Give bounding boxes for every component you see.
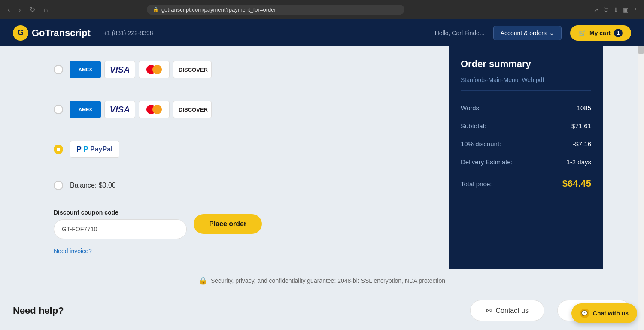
chat-widget-label: Chat with us <box>593 310 629 317</box>
logo-text: GoTranscript <box>32 27 91 39</box>
words-label: Words: <box>461 104 481 112</box>
page-content: AMEX VISA DISCOVER AMEX VISA <box>32 46 612 269</box>
paypal-logo: P P PayPal <box>70 141 119 158</box>
chevron-down-icon: ⌄ <box>549 30 554 36</box>
card-logos-2: AMEX VISA DISCOVER <box>70 101 212 118</box>
radio-inner <box>57 148 60 151</box>
payment-option-card2[interactable]: AMEX VISA DISCOVER <box>54 95 436 124</box>
browser-chrome: ‹ › ↻ ⌂ 🔒 gotranscript.com/payment?payme… <box>0 0 644 19</box>
order-row-discount: 10% discount: -$7.16 <box>461 135 591 153</box>
amex-logo: AMEX <box>70 61 101 78</box>
refresh-button[interactable]: ↻ <box>27 5 38 15</box>
payment-option-balance[interactable]: Balance: $0.00 <box>54 175 436 196</box>
subtotal-value: $71.61 <box>571 122 591 130</box>
cart-count: 1 <box>614 29 623 37</box>
logo[interactable]: G GoTranscript <box>13 25 91 41</box>
order-summary: Order summary Stanfords-Main-Menu_Web.pd… <box>449 46 603 269</box>
user-greeting: Hello, Carl Finde... <box>435 30 485 36</box>
cart-icon: 🛒 <box>579 30 586 36</box>
lock-icon: 🔒 <box>153 7 159 12</box>
site-header: G GoTranscript +1 (831) 222-8398 Hello, … <box>0 19 644 46</box>
my-cart-button[interactable]: 🛒 My cart 1 <box>570 25 631 41</box>
total-label: Total price: <box>461 180 492 188</box>
order-file-name: Stanfords-Main-Menu_Web.pdf <box>461 76 591 91</box>
account-orders-button[interactable]: Account & orders ⌄ <box>493 26 562 40</box>
radio-card1[interactable] <box>54 65 63 74</box>
radio-paypal[interactable] <box>54 145 63 154</box>
divider-2 <box>54 133 436 133</box>
coupon-label: Discount coupon code <box>54 209 187 216</box>
words-value: 1085 <box>577 104 591 112</box>
delivery-value: 1-2 days <box>566 158 591 166</box>
order-summary-title: Order summary <box>461 58 591 70</box>
payment-option-paypal[interactable]: P P PayPal <box>54 135 436 164</box>
paypal-p2-icon: P <box>83 145 88 154</box>
chat-bubble-icon: 💬 <box>580 309 589 318</box>
amex-logo-2: AMEX <box>70 101 101 118</box>
radio-card2[interactable] <box>54 105 63 114</box>
order-row-subtotal: Subtotal: $71.61 <box>461 117 591 135</box>
need-help-title: Need help? <box>13 305 64 316</box>
balance-text: Balance: $0.00 <box>70 182 116 189</box>
download-icon[interactable]: ⇓ <box>614 6 619 13</box>
url-bar[interactable]: 🔒 gotranscript.com/payment?payment_for=o… <box>147 5 404 15</box>
back-button[interactable]: ‹ <box>5 5 12 15</box>
order-row-total: Total price: $64.45 <box>461 173 591 194</box>
place-order-button[interactable]: Place order <box>194 214 262 234</box>
coupon-row: Discount coupon code Place order <box>54 209 436 239</box>
discover-logo: DISCOVER <box>173 61 212 78</box>
home-button[interactable]: ⌂ <box>41 5 51 15</box>
place-order-label: Place order <box>209 220 246 228</box>
share-icon[interactable]: ➚ <box>594 6 599 13</box>
menu-icon[interactable]: ⋮ <box>633 6 639 13</box>
security-text: Security, privacy, and confidentiality g… <box>211 277 445 284</box>
shield-icon[interactable]: 🛡 <box>603 6 609 13</box>
discount-value: -$7.16 <box>573 140 591 148</box>
cart-label: My cart <box>589 30 611 36</box>
forward-button[interactable]: › <box>16 5 23 15</box>
visa-logo-2: VISA <box>104 101 135 118</box>
contact-us-label: Contact us <box>496 307 529 315</box>
radio-balance[interactable] <box>54 181 63 190</box>
email-icon: ✉ <box>486 306 492 315</box>
footer-help: Need help? ✉ Contact us 💬 Let's chat <box>0 291 644 330</box>
order-row-words: Words: 1085 <box>461 99 591 117</box>
payment-main: AMEX VISA DISCOVER AMEX VISA <box>41 46 449 269</box>
coupon-section: Discount coupon code <box>54 209 187 239</box>
subtotal-label: Subtotal: <box>461 122 486 130</box>
mastercard-logo-2 <box>139 101 170 118</box>
paypal-p-icon: P <box>76 145 82 154</box>
delivery-label: Delivery Estimate: <box>461 158 513 166</box>
discover-logo-2: DISCOVER <box>173 101 212 118</box>
logo-icon: G <box>13 25 28 41</box>
mastercard-logo <box>139 61 170 78</box>
divider-1 <box>54 93 436 93</box>
paypal-text: PayPal <box>90 145 112 153</box>
phone-number: +1 (831) 222-8398 <box>103 30 153 36</box>
security-lock-icon: 🔒 <box>199 276 207 285</box>
window-icon[interactable]: ▣ <box>623 6 629 13</box>
contact-us-button[interactable]: ✉ Contact us <box>470 300 544 321</box>
need-invoice-link[interactable]: Need invoice? <box>54 248 436 254</box>
scrollbar-track[interactable] <box>638 19 644 330</box>
divider-3 <box>54 173 436 173</box>
browser-actions: ➚ 🛡 ⇓ ▣ ⋮ <box>594 6 639 13</box>
total-value: $64.45 <box>562 178 591 189</box>
chat-widget[interactable]: 💬 Chat with us <box>571 303 637 323</box>
order-row-delivery: Delivery Estimate: 1-2 days <box>461 153 591 171</box>
url-text: gotranscript.com/payment?payment_for=ord… <box>161 6 276 13</box>
security-bar: 🔒 Security, privacy, and confidentiality… <box>0 269 644 291</box>
account-orders-label: Account & orders <box>501 30 547 36</box>
discount-label: 10% discount: <box>461 140 501 148</box>
card-logos-1: AMEX VISA DISCOVER <box>70 61 212 78</box>
visa-logo: VISA <box>104 61 135 78</box>
coupon-input[interactable] <box>54 219 187 239</box>
payment-option-card1[interactable]: AMEX VISA DISCOVER <box>54 55 436 84</box>
